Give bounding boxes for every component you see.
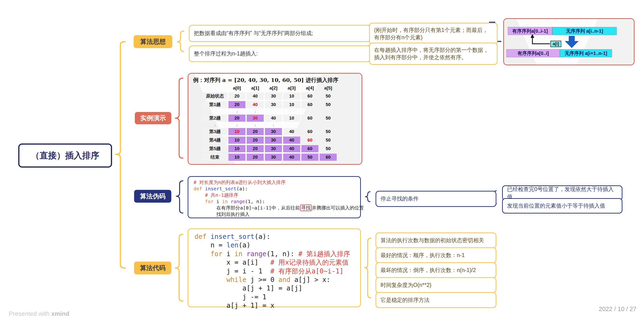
table-cell: 40 <box>283 137 300 144</box>
shift-arrow: ↓ <box>202 123 227 127</box>
root-topic[interactable]: （直接）插入排序 <box>18 143 112 168</box>
table-cell: 30 <box>265 128 282 135</box>
table-cell: 10 <box>228 128 246 135</box>
table-cell: 30 <box>265 137 282 144</box>
table-cell: 20 <box>228 101 246 108</box>
shift-arrow: ↓ <box>228 110 246 113</box>
table-cell: 50 <box>320 115 337 122</box>
code-note-1-text: 算法的执行次数与数据的初始状态密切相关 <box>380 237 484 244</box>
shift-arrow <box>320 123 337 127</box>
shift-arrow <box>302 123 318 127</box>
table-cell: 50 <box>302 154 318 161</box>
table-cell: 60 <box>302 93 318 100</box>
table-row-label: 第5趟 <box>202 145 227 152</box>
table-cell: 40 <box>283 145 300 152</box>
shift-arrow <box>283 110 300 113</box>
code-note-5-text: 它是稳定的排序方法 <box>380 296 430 304</box>
table-cell: 10 <box>228 137 246 144</box>
table-cell: 20 <box>247 154 264 161</box>
table-cell: 30 <box>265 93 282 100</box>
table-cell: 40 <box>247 101 264 108</box>
idea-point-1[interactable]: 把数据看成由“有序序列” 与“无序序列”两部分组成; <box>189 25 371 42</box>
table-row-label: 第2趟 <box>202 115 227 122</box>
code-note-3-text: 最坏的情况：倒序，执行次数：n(n-1)/2 <box>380 267 476 274</box>
example-demo-image[interactable]: 例：对序列 a = [20, 40, 30, 10, 60, 50] 进行插入排… <box>188 73 362 165</box>
table-cell: 10 <box>283 115 300 122</box>
table-header-cell: a[5] <box>320 85 337 91</box>
shift-arrow <box>283 123 300 127</box>
table-cell: 30 <box>265 101 282 108</box>
table-cell: 10 <box>283 101 300 108</box>
stop-condition-text: 停止寻找的条件 <box>380 195 419 202</box>
idea-note-1[interactable]: (刚开始时，有序部分只有第1个元素；而最后，有序部分有n个元素) <box>369 23 498 45</box>
table-header-cell: a[3] <box>283 85 300 91</box>
branch-pseudocode[interactable]: 算法伪码 <box>134 190 171 203</box>
table-cell: 50 <box>320 128 337 135</box>
stop-condition-note-2[interactable]: 发现当前位置的元素值小于等于待插入值 <box>502 198 622 214</box>
table-row-label: 第3趟 <box>202 128 227 135</box>
shift-arrow: ↓ <box>265 123 282 127</box>
code-note-4[interactable]: 时间复杂度为O(n**2) <box>376 277 496 293</box>
branch-label: 算法代码 <box>140 264 166 272</box>
sequence-bar-after: 有序序列a[0..i] 无序序列 a[i+1..n-1] <box>506 49 612 57</box>
mindmap-canvas: （直接）插入排序 算法思想 实例演示 算法伪码 算法代码 把数据看成由“有序序列… <box>0 0 644 321</box>
demo-sort-table: a[0]a[1]a[2]a[3]a[4]a[5]原始状态204030106050… <box>202 85 337 161</box>
code-note-5[interactable]: 它是稳定的排序方法 <box>376 292 496 308</box>
shift-arrow <box>320 110 337 113</box>
shift-arrow <box>265 110 282 113</box>
table-cell: 30 <box>265 154 282 161</box>
demo-title: 例：对序列 a = [20, 40, 30, 10, 60, 50] 进行插入排… <box>193 76 338 84</box>
table-row-label: 结束 <box>202 154 227 161</box>
table-cell: 60 <box>302 137 318 144</box>
table-header-cell: a[2] <box>265 85 282 91</box>
table-cell: 60 <box>302 145 318 152</box>
table-row-label: 第1趟 <box>202 101 227 108</box>
table-cell: 30 <box>247 115 264 122</box>
table-cell: 20 <box>247 145 264 152</box>
table-header-cell: a[0] <box>228 85 246 91</box>
table-cell: 50 <box>320 101 337 108</box>
table-header-cell: a[1] <box>247 85 264 91</box>
idea-point-1-text: 把数据看成由“有序序列” 与“无序序列”两部分组成; <box>194 29 313 37</box>
root-topic-label: （直接）插入排序 <box>31 150 99 161</box>
shift-arrow: ↓ <box>228 123 246 127</box>
sorted-unsorted-diagram-image[interactable]: 有序序列a[0..i-1] 无序序列 a[i..n-1] a[i] 有序序列a[… <box>503 18 634 65</box>
branch-example-demo[interactable]: 实例演示 <box>135 112 171 124</box>
shift-arrow: ↓ <box>247 110 264 113</box>
idea-note-2-text: 在每趟插入排序中，将无序部分的第一个数据，插入到有序部分中，并使之依然有序。 <box>374 46 492 61</box>
table-cell: 20 <box>247 128 264 135</box>
python-code-block[interactable]: def insert_sort(a): n = len(a) for i in … <box>188 228 361 307</box>
table-cell: 60 <box>302 101 318 108</box>
table-cell: 20 <box>228 115 246 122</box>
branch-algorithm-idea[interactable]: 算法思想 <box>134 35 172 48</box>
table-row-label: 原始状态 <box>202 93 227 100</box>
pseudocode-block[interactable]: # 对长度为n的列表a进行从小到大插入排序def insert_sort(a):… <box>188 176 361 218</box>
code-note-3[interactable]: 最坏的情况：倒序，执行次数：n(n-1)/2 <box>376 262 496 278</box>
stop-condition-topic[interactable]: 停止寻找的条件 <box>376 191 496 207</box>
insert-arrows <box>504 19 634 65</box>
watermark-presented-with: Presented with xmind <box>9 310 70 318</box>
branch-label: 算法思想 <box>140 37 166 46</box>
code-note-4-text: 时间复杂度为O(n**2) <box>380 282 432 289</box>
date-label: 2022 / 10 / 27 <box>599 305 636 313</box>
sorted-segment-after: 有序序列a[0..i] <box>506 49 560 57</box>
code-note-1[interactable]: 算法的执行次数与数据的初始状态密切相关 <box>376 233 496 248</box>
table-cell: 50 <box>320 137 337 144</box>
table-cell: 50 <box>320 93 337 100</box>
unsorted-segment-after: 无序序列 a[i+1..n-1] <box>560 49 612 57</box>
branch-code[interactable]: 算法代码 <box>134 262 171 274</box>
stop-condition-note-2-text: 发现当前位置的元素值小于等于待插入值 <box>507 202 605 210</box>
table-cell: 10 <box>283 93 300 100</box>
table-cell: 40 <box>283 128 300 135</box>
idea-point-2[interactable]: 整个排序过程为n-1趟插入: <box>189 45 371 62</box>
table-header-cell <box>202 85 227 91</box>
table-cell: 20 <box>247 137 264 144</box>
idea-note-2[interactable]: 在每趟插入排序中，将无序部分的第一个数据，插入到有序部分中，并使之依然有序。 <box>369 43 498 65</box>
table-header-cell: a[4] <box>302 85 318 91</box>
table-cell: 40 <box>283 154 300 161</box>
shift-arrow <box>202 110 227 113</box>
table-cell: 40 <box>265 115 282 122</box>
idea-point-2-text: 整个排序过程为n-1趟插入: <box>194 50 258 57</box>
code-note-2-text: 最好的情况：顺序，执行次数：n-1 <box>380 252 465 259</box>
code-note-2[interactable]: 最好的情况：顺序，执行次数：n-1 <box>376 247 496 263</box>
